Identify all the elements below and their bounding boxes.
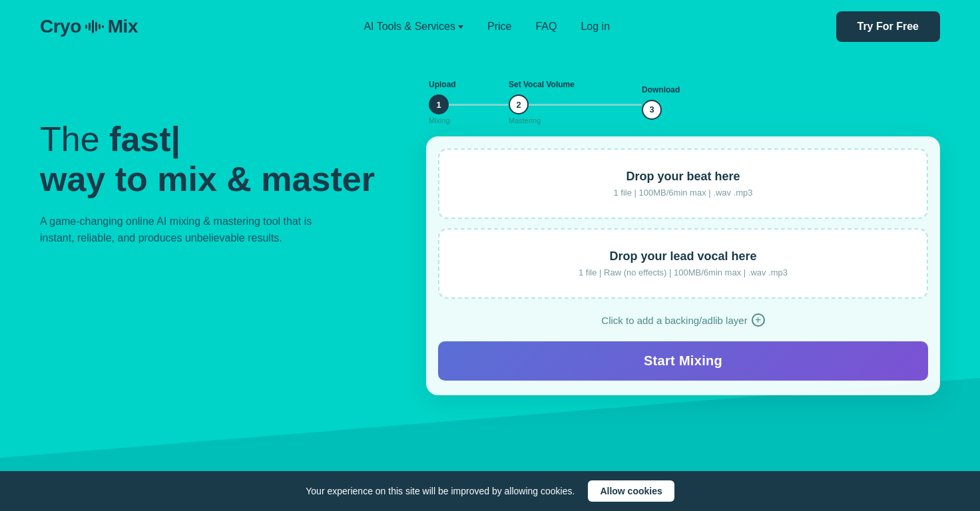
plus-circle-icon: + <box>752 313 765 327</box>
svg-rect-3 <box>95 22 97 31</box>
step-2-item: Set Vocal Volume 2 Mastering <box>509 80 642 124</box>
hero-headline: The fast| way to mix & master <box>40 120 386 200</box>
beat-drop-title: Drop your beat here <box>453 170 913 184</box>
logo-waveform-icon <box>85 20 104 33</box>
vocal-drop-zone[interactable]: Drop your lead vocal here 1 file | Raw (… <box>438 228 928 299</box>
step-3-item: Download 3 <box>642 85 722 120</box>
cookie-bar: Your experience on this site will be imp… <box>0 471 980 511</box>
step-line-2 <box>529 104 642 106</box>
vocal-drop-title: Drop your lead vocal here <box>453 250 913 263</box>
chevron-down-icon <box>458 25 463 29</box>
allow-cookies-button[interactable]: Allow cookies <box>588 480 674 502</box>
step-1-circle: 1 <box>429 94 449 114</box>
upload-card: Drop your beat here 1 file | 100MB/6min … <box>426 136 940 395</box>
hero-subtext: A game-changing online AI mixing & maste… <box>40 213 320 247</box>
svg-rect-4 <box>99 24 101 29</box>
start-btn-wrap: Start Mixing <box>426 341 940 395</box>
hero-section: The fast| way to mix & master A game-cha… <box>40 80 386 247</box>
step-3-circle: 3 <box>642 100 662 120</box>
nav-ai-tools[interactable]: AI Tools & Services <box>364 21 463 33</box>
svg-rect-2 <box>92 20 94 33</box>
try-for-free-button[interactable]: Try For Free <box>836 11 940 42</box>
cookie-message: Your experience on this site will be imp… <box>306 486 575 496</box>
step-line-1 <box>449 104 509 106</box>
svg-rect-0 <box>85 25 87 29</box>
steps-header: Upload 1 Mixing Set Vocal Volume 2 Maste… <box>426 80 940 124</box>
step-1-item: Upload 1 Mixing <box>429 80 509 124</box>
nav-price[interactable]: Price <box>487 21 511 33</box>
beat-drop-sub: 1 file | 100MB/6min max | .wav .mp3 <box>453 188 913 198</box>
step-2-circle: 2 <box>509 94 529 114</box>
svg-rect-1 <box>89 23 91 31</box>
logo: Cryo Mix <box>40 16 138 37</box>
start-mixing-button[interactable]: Start Mixing <box>438 341 928 381</box>
nav-login[interactable]: Log in <box>581 21 610 33</box>
add-backing-layer-button[interactable]: Click to add a backing/adlib layer + <box>426 299 940 341</box>
beat-drop-zone[interactable]: Drop your beat here 1 file | 100MB/6min … <box>438 148 928 219</box>
svg-rect-5 <box>102 25 104 28</box>
upload-panel: Upload 1 Mixing Set Vocal Volume 2 Maste… <box>426 80 940 395</box>
logo-text-right: Mix <box>108 16 138 37</box>
vocal-drop-sub: 1 file | Raw (no effects) | 100MB/6min m… <box>453 267 913 277</box>
nav-faq[interactable]: FAQ <box>535 21 557 33</box>
main-nav: AI Tools & Services Price FAQ Log in <box>364 21 610 33</box>
logo-text-left: Cryo <box>40 16 81 37</box>
